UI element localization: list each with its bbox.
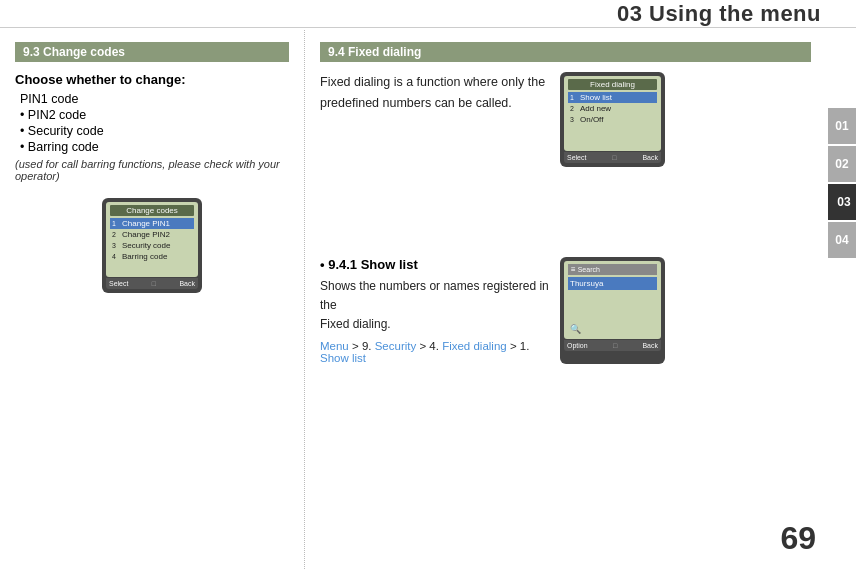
side-tab-04[interactable]: 04 <box>828 222 856 258</box>
nav-path: Menu > 9. Security > 4. Fixed dialing > … <box>320 340 550 364</box>
phone-search-bar: ≡ Search <box>568 264 657 275</box>
page-number: 69 <box>780 520 816 557</box>
list-item: • Security code <box>20 124 289 138</box>
right-section-header: 9.4 Fixed dialing <box>320 42 811 62</box>
phone-right-item-1: 1 Show list <box>568 92 657 103</box>
list-item: PIN1 code <box>20 92 289 106</box>
left-section-header: 9.3 Change codes <box>15 42 289 62</box>
phone-item-4: 4 Barring code <box>110 251 194 262</box>
right-panel: 9.4 Fixed dialing Fixed dialing is a fun… <box>305 30 826 569</box>
page-title: 03 Using the menu <box>617 1 821 27</box>
phone-item-1: 1 Change PIN1 <box>110 218 194 229</box>
nav-fixed-dialing: Fixed dialing <box>442 340 507 352</box>
subsection-desc: Shows the numbers or names registered in… <box>320 277 550 335</box>
nav-menu: Menu <box>320 340 349 352</box>
phone-footer-left-bar: Select □ Back <box>106 278 198 289</box>
phone-item-3: 3 Security code <box>110 240 194 251</box>
phone-screen-right-bottom: ≡ Search Thursuya 🔍 <box>564 261 661 339</box>
phone-footer-right-top: Select □ Back <box>564 152 661 163</box>
italic-note: (used for call barring functions, please… <box>15 158 289 182</box>
right-intro: Fixed dialing is a function where only t… <box>320 72 550 167</box>
list-item: • PIN2 code <box>20 108 289 122</box>
phone-bottom-item-3 <box>568 302 657 314</box>
phone-bottom-item-2 <box>568 290 657 302</box>
nav-show-list: Show list <box>320 352 366 364</box>
list-item: • Barring code <box>20 140 289 154</box>
bullet-list: PIN1 code • PIN2 code • Security code • … <box>20 92 289 154</box>
left-section-content: Choose whether to change: PIN1 code • PI… <box>15 72 289 182</box>
side-tab-02[interactable]: 02 <box>828 146 856 182</box>
phone-bottom-item-1: Thursuya <box>568 277 657 290</box>
phone-screen-right-top: Fixed dialing 1 Show list 2 Add new 3 On… <box>564 76 661 151</box>
subsection-title: • 9.4.1 Show list <box>320 257 550 272</box>
nav-security: Security <box>375 340 417 352</box>
phone-title-right-top: Fixed dialing <box>568 79 657 90</box>
phone-mockup-right-bottom: ≡ Search Thursuya 🔍 Option □ Back <box>560 257 665 364</box>
subsection: • 9.4.1 Show list Shows the numbers or n… <box>320 257 811 364</box>
phone-right-item-3: 3 On/Off <box>568 114 657 125</box>
phone-mockup-right-top: Fixed dialing 1 Show list 2 Add new 3 On… <box>560 72 665 167</box>
phone-right-item-2: 2 Add new <box>568 103 657 114</box>
side-tab-01[interactable]: 01 <box>828 108 856 144</box>
phone-mockup-left: Change codes 1 Change PIN1 2 Change PIN2… <box>102 198 202 293</box>
left-panel: 9.3 Change codes Choose whether to chang… <box>0 30 305 569</box>
side-tab-03[interactable]: 03 <box>828 184 856 220</box>
phone-screen-left: Change codes 1 Change PIN1 2 Change PIN2… <box>106 202 198 277</box>
phone-title-left: Change codes <box>110 205 194 216</box>
phone-footer-right-bottom: Option □ Back <box>564 340 661 351</box>
side-tabs: 01 02 03 04 <box>828 108 856 258</box>
bold-title: Choose whether to change: <box>15 72 289 87</box>
phone-item-2: 2 Change PIN2 <box>110 229 194 240</box>
